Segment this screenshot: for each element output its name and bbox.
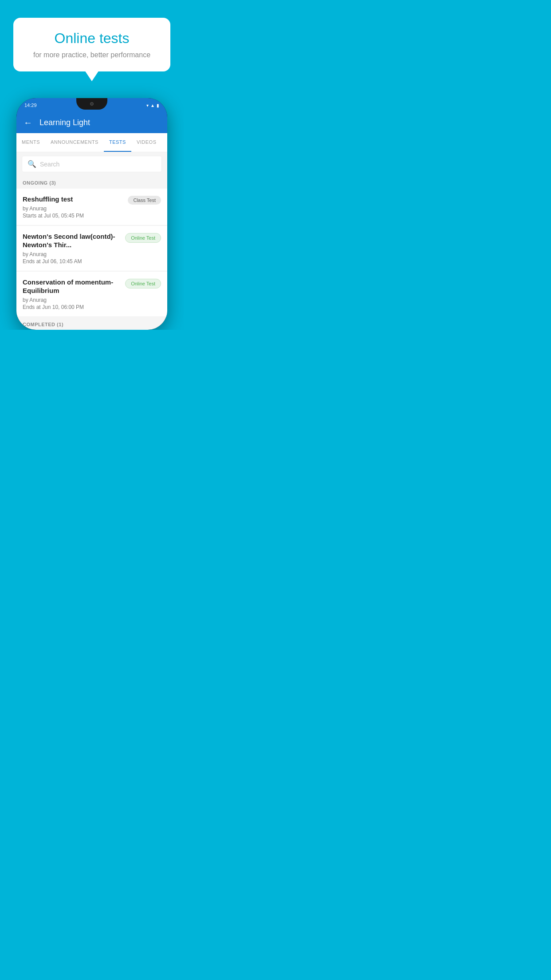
test-card-conservation[interactable]: Conservation of momentum-Equilibrium by … — [16, 272, 167, 317]
ongoing-section-header: ONGOING (3) — [16, 176, 167, 188]
test-name-conservation: Conservation of momentum-Equilibrium — [23, 278, 121, 295]
test-name-newtons: Newton's Second law(contd)-Newton's Thir… — [23, 232, 121, 249]
test-name-reshuffling: Reshuffling test — [23, 195, 123, 204]
test-author-reshuffling: by Anurag — [23, 205, 123, 212]
test-author-conservation: by Anurag — [23, 297, 121, 303]
back-button[interactable]: ← — [24, 118, 32, 128]
search-input[interactable]: Search — [40, 161, 59, 168]
content-area: ONGOING (3) Reshuffling test by Anurag S… — [16, 176, 167, 330]
tab-announcements[interactable]: ANNOUNCEMENTS — [45, 133, 104, 152]
tabs-container: MENTS ANNOUNCEMENTS TESTS VIDEOS — [16, 133, 167, 152]
tab-tests[interactable]: TESTS — [104, 133, 131, 152]
notch — [76, 98, 107, 110]
signal-icon: ▲ — [150, 103, 155, 108]
phone-frame: 14:29 ▾ ▲ ▮ ← Learning Light MENTS ANNOU… — [16, 98, 167, 330]
camera — [90, 102, 94, 106]
status-icons: ▾ ▲ ▮ — [146, 103, 159, 108]
test-time-conservation: Ends at Jun 10, 06:00 PM — [23, 304, 121, 310]
speech-bubble-section: Online tests for more practice, better p… — [0, 0, 184, 71]
test-info-reshuffling: Reshuffling test by Anurag Starts at Jul… — [23, 195, 128, 219]
search-container: 🔍 Search — [16, 152, 167, 176]
app-header: ← Learning Light — [16, 112, 167, 133]
wifi-icon: ▾ — [146, 103, 149, 108]
test-info-conservation: Conservation of momentum-Equilibrium by … — [23, 278, 125, 310]
test-time-newtons: Ends at Jul 06, 10:45 AM — [23, 258, 121, 265]
phone-mockup: 14:29 ▾ ▲ ▮ ← Learning Light MENTS ANNOU… — [16, 98, 167, 330]
search-icon: 🔍 — [28, 160, 36, 168]
bubble-title: Online tests — [27, 30, 157, 47]
bubble-subtitle: for more practice, better performance — [27, 51, 157, 59]
badge-newtons: Online Test — [125, 233, 161, 243]
app-title: Learning Light — [39, 118, 90, 127]
test-time-reshuffling: Starts at Jul 05, 05:45 PM — [23, 213, 123, 219]
status-bar: 14:29 ▾ ▲ ▮ — [16, 98, 167, 112]
test-card-reshuffling[interactable]: Reshuffling test by Anurag Starts at Jul… — [16, 189, 167, 225]
test-card-newtons[interactable]: Newton's Second law(contd)-Newton's Thir… — [16, 226, 167, 271]
search-box[interactable]: 🔍 Search — [22, 156, 162, 172]
speech-bubble: Online tests for more practice, better p… — [13, 18, 170, 71]
test-info-newtons: Newton's Second law(contd)-Newton's Thir… — [23, 232, 125, 265]
tab-ments[interactable]: MENTS — [16, 133, 45, 152]
badge-conservation: Online Test — [125, 279, 161, 288]
status-time: 14:29 — [24, 103, 37, 108]
completed-section-header: COMPLETED (1) — [16, 317, 167, 330]
battery-icon: ▮ — [157, 103, 159, 108]
tab-videos[interactable]: VIDEOS — [131, 133, 162, 152]
test-author-newtons: by Anurag — [23, 251, 121, 257]
badge-reshuffling: Class Test — [128, 196, 161, 205]
